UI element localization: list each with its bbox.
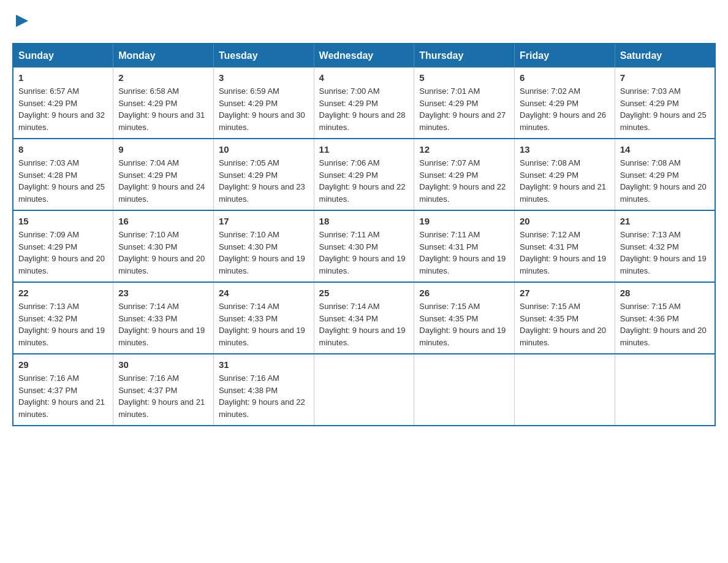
calendar-cell — [414, 354, 515, 426]
day-number: 17 — [219, 216, 309, 226]
daylight-label: Daylight: 9 hours and 19 minutes. — [18, 326, 105, 347]
calendar-table: SundayMondayTuesdayWednesdayThursdayFrid… — [12, 43, 716, 426]
day-number: 5 — [419, 72, 509, 83]
sunset-label: Sunset: 4:29 PM — [319, 170, 378, 180]
calendar-cell: 13 Sunrise: 7:08 AM Sunset: 4:29 PM Dayl… — [515, 139, 615, 210]
day-info: Sunrise: 7:14 AM Sunset: 4:33 PM Dayligh… — [118, 301, 208, 348]
calendar-cell: 9 Sunrise: 7:04 AM Sunset: 4:29 PM Dayli… — [113, 139, 214, 210]
daylight-label: Daylight: 9 hours and 22 minutes. — [219, 397, 305, 419]
daylight-label: Daylight: 9 hours and 19 minutes. — [118, 326, 205, 347]
day-header-friday: Friday — [515, 44, 615, 67]
daylight-label: Daylight: 9 hours and 25 minutes. — [18, 182, 105, 204]
day-number: 24 — [219, 288, 309, 298]
sunrise-label: Sunrise: 7:11 AM — [419, 230, 480, 239]
calendar-cell — [515, 354, 615, 426]
sunrise-label: Sunrise: 7:02 AM — [520, 86, 580, 96]
daylight-label: Daylight: 9 hours and 20 minutes. — [620, 326, 707, 347]
daylight-label: Daylight: 9 hours and 19 minutes. — [319, 326, 406, 347]
day-info: Sunrise: 7:08 AM Sunset: 4:29 PM Dayligh… — [520, 157, 610, 205]
sunset-label: Sunset: 4:29 PM — [419, 99, 478, 108]
calendar-week-row: 1 Sunrise: 6:57 AM Sunset: 4:29 PM Dayli… — [13, 67, 715, 139]
sunrise-label: Sunrise: 7:00 AM — [319, 86, 380, 96]
sunrise-label: Sunrise: 7:16 AM — [219, 373, 279, 383]
sunrise-label: Sunrise: 6:58 AM — [118, 86, 179, 96]
day-info: Sunrise: 7:16 AM Sunset: 4:37 PM Dayligh… — [118, 372, 208, 420]
sunrise-label: Sunrise: 7:15 AM — [520, 302, 580, 311]
day-number: 23 — [118, 288, 208, 298]
sunrise-label: Sunrise: 7:09 AM — [18, 230, 79, 239]
page-header — [12, 12, 716, 31]
calendar-week-row: 22 Sunrise: 7:13 AM Sunset: 4:32 PM Dayl… — [13, 282, 715, 354]
sunrise-label: Sunrise: 7:12 AM — [520, 230, 580, 239]
calendar-cell: 30 Sunrise: 7:16 AM Sunset: 4:37 PM Dayl… — [113, 354, 214, 426]
calendar-cell: 16 Sunrise: 7:10 AM Sunset: 4:30 PM Dayl… — [113, 210, 214, 282]
day-number: 31 — [219, 359, 309, 370]
day-number: 20 — [520, 216, 610, 226]
day-number: 13 — [520, 144, 610, 155]
day-number: 19 — [419, 216, 509, 226]
day-number: 12 — [419, 144, 509, 155]
day-info: Sunrise: 7:00 AM Sunset: 4:29 PM Dayligh… — [319, 85, 409, 133]
day-header-saturday: Saturday — [615, 44, 715, 67]
calendar-week-row: 29 Sunrise: 7:16 AM Sunset: 4:37 PM Dayl… — [13, 354, 715, 426]
logo-top-line — [12, 12, 31, 31]
daylight-label: Daylight: 9 hours and 26 minutes. — [520, 110, 606, 132]
sunset-label: Sunset: 4:33 PM — [219, 314, 278, 323]
daylight-label: Daylight: 9 hours and 25 minutes. — [620, 110, 707, 132]
day-number: 26 — [419, 288, 509, 298]
day-number: 11 — [319, 144, 409, 155]
day-info: Sunrise: 6:58 AM Sunset: 4:29 PM Dayligh… — [118, 85, 208, 133]
sunrise-label: Sunrise: 6:57 AM — [18, 86, 79, 96]
day-info: Sunrise: 7:14 AM Sunset: 4:34 PM Dayligh… — [319, 301, 409, 348]
calendar-cell: 26 Sunrise: 7:15 AM Sunset: 4:35 PM Dayl… — [414, 282, 515, 354]
day-number: 28 — [620, 288, 710, 298]
daylight-label: Daylight: 9 hours and 19 minutes. — [419, 326, 506, 347]
daylight-label: Daylight: 9 hours and 28 minutes. — [319, 110, 406, 132]
day-number: 16 — [118, 216, 208, 226]
sunset-label: Sunset: 4:38 PM — [219, 386, 278, 395]
day-info: Sunrise: 7:16 AM Sunset: 4:38 PM Dayligh… — [219, 372, 309, 420]
day-number: 2 — [118, 72, 208, 83]
calendar-cell: 7 Sunrise: 7:03 AM Sunset: 4:29 PM Dayli… — [615, 67, 715, 139]
day-number: 22 — [18, 288, 108, 298]
sunrise-label: Sunrise: 7:03 AM — [18, 158, 79, 167]
sunset-label: Sunset: 4:33 PM — [118, 314, 177, 323]
sunset-label: Sunset: 4:28 PM — [18, 170, 77, 180]
day-number: 7 — [620, 72, 710, 83]
sunset-label: Sunset: 4:32 PM — [620, 242, 679, 251]
sunrise-label: Sunrise: 7:11 AM — [319, 230, 380, 239]
day-header-tuesday: Tuesday — [213, 44, 314, 67]
calendar-cell: 6 Sunrise: 7:02 AM Sunset: 4:29 PM Dayli… — [515, 67, 615, 139]
sunrise-label: Sunrise: 7:10 AM — [118, 230, 179, 239]
calendar-cell: 17 Sunrise: 7:10 AM Sunset: 4:30 PM Dayl… — [213, 210, 314, 282]
calendar-header-row: SundayMondayTuesdayWednesdayThursdayFrid… — [13, 44, 715, 67]
day-info: Sunrise: 7:04 AM Sunset: 4:29 PM Dayligh… — [118, 157, 208, 205]
day-info: Sunrise: 7:15 AM Sunset: 4:35 PM Dayligh… — [419, 301, 509, 348]
daylight-label: Daylight: 9 hours and 21 minutes. — [118, 397, 205, 419]
sunrise-label: Sunrise: 7:01 AM — [419, 86, 480, 96]
sunrise-label: Sunrise: 7:13 AM — [18, 302, 79, 311]
sunset-label: Sunset: 4:29 PM — [620, 99, 679, 108]
sunset-label: Sunset: 4:31 PM — [520, 242, 578, 251]
sunset-label: Sunset: 4:34 PM — [319, 314, 378, 323]
calendar-cell: 28 Sunrise: 7:15 AM Sunset: 4:36 PM Dayl… — [615, 282, 715, 354]
daylight-label: Daylight: 9 hours and 20 minutes. — [620, 182, 707, 204]
day-number: 10 — [219, 144, 309, 155]
calendar-cell: 23 Sunrise: 7:14 AM Sunset: 4:33 PM Dayl… — [113, 282, 214, 354]
calendar-cell: 5 Sunrise: 7:01 AM Sunset: 4:29 PM Dayli… — [414, 67, 515, 139]
day-info: Sunrise: 6:59 AM Sunset: 4:29 PM Dayligh… — [219, 85, 309, 133]
day-info: Sunrise: 7:08 AM Sunset: 4:29 PM Dayligh… — [620, 157, 710, 205]
sunrise-label: Sunrise: 7:05 AM — [219, 158, 279, 167]
calendar-cell: 2 Sunrise: 6:58 AM Sunset: 4:29 PM Dayli… — [113, 67, 214, 139]
day-header-thursday: Thursday — [414, 44, 515, 67]
calendar-cell: 29 Sunrise: 7:16 AM Sunset: 4:37 PM Dayl… — [13, 354, 113, 426]
calendar-cell: 31 Sunrise: 7:16 AM Sunset: 4:38 PM Dayl… — [213, 354, 314, 426]
day-number: 15 — [18, 216, 108, 226]
day-info: Sunrise: 6:57 AM Sunset: 4:29 PM Dayligh… — [18, 85, 108, 133]
sunrise-label: Sunrise: 7:07 AM — [419, 158, 480, 167]
day-info: Sunrise: 7:15 AM Sunset: 4:35 PM Dayligh… — [520, 301, 610, 348]
sunset-label: Sunset: 4:30 PM — [118, 242, 177, 251]
sunset-label: Sunset: 4:35 PM — [520, 314, 578, 323]
day-number: 3 — [219, 72, 309, 83]
calendar-cell: 11 Sunrise: 7:06 AM Sunset: 4:29 PM Dayl… — [314, 139, 414, 210]
